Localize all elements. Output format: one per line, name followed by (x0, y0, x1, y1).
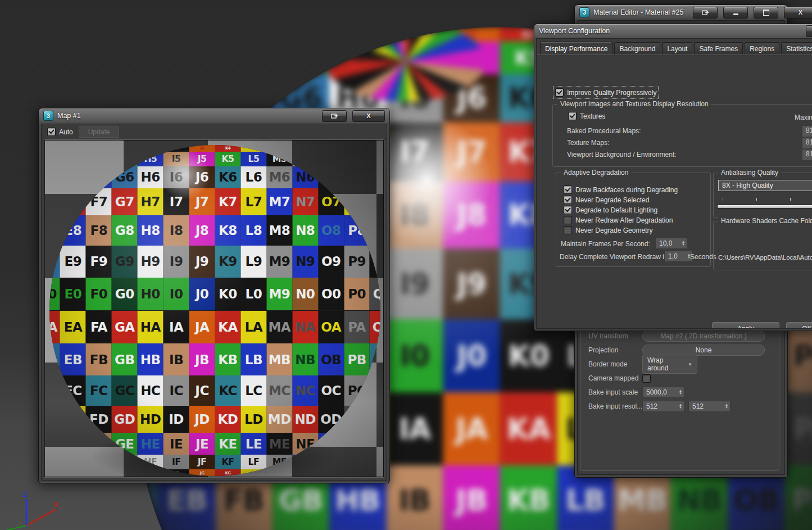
y-axis-line (0, 526, 26, 530)
auto-checkbox[interactable]: Auto (47, 128, 73, 136)
tab-layout[interactable]: Layout (662, 42, 692, 55)
antialiasing-group-title: Antialiasing Quality (718, 169, 781, 176)
bake-input-scale-spinner[interactable]: 5000,0▲▼ (642, 387, 684, 398)
improve-quality-label: Improve Quality Progressively (567, 89, 656, 97)
textures-checkbox-label: Textures (580, 112, 605, 120)
improve-quality-checkbox-box[interactable] (555, 88, 564, 97)
resolution-row-label: Baked Procedural Maps: (567, 127, 641, 135)
spinner-value: 5000,0 (646, 388, 676, 396)
checkbox-label: Never Degrade Selected (575, 196, 649, 204)
tab-background[interactable]: Background (614, 42, 660, 55)
render-viewport[interactable]: D4E4F4G4H4I4J4K4L4M4N4O4P4Q4D5E5F5G5H5I5… (44, 140, 384, 477)
viewport-config-tabs: Display PerformanceBackgroundLayoutSafe … (540, 42, 812, 55)
camera-mapped-checkbox[interactable] (642, 374, 651, 383)
x-axis-line (26, 509, 56, 526)
close-button[interactable]: X (784, 7, 812, 19)
float-window-button[interactable] (806, 25, 812, 37)
checkbox-label: Never Redraw After Degradation (575, 216, 673, 224)
antialiasing-group: Antialiasing Quality 8X - High Quality (713, 173, 812, 218)
texture-cell-F5: F5 (215, 42, 272, 74)
fps-value: 10,0 (659, 239, 679, 247)
checkbox-draw-backfaces-during-degrading[interactable]: Draw Backfaces during Degrading (564, 185, 678, 194)
map-window-title: Map #1 (57, 112, 81, 120)
z-axis-label: Z (23, 491, 27, 499)
tab-display-performance[interactable]: Display Performance (540, 42, 613, 55)
textures-checkbox[interactable]: Textures (568, 112, 605, 120)
checkbox-box[interactable] (564, 206, 572, 214)
texture-cell-E4: E4 (158, 27, 215, 42)
texture-cell-D4: D4 (135, 27, 158, 42)
material-row-camera-mapped: Camera mapped (580, 372, 779, 385)
resolution-row-label: Viewport Background / Environment: (567, 151, 677, 158)
resolution-value-field[interactable]: 8192 (802, 149, 812, 161)
3dsmax-workspace: D4E4F4G4H4I4J4K4L4M4N4O4P4Q4D5E5F5G5H5I5… (0, 0, 812, 530)
ok-button[interactable]: OK (786, 322, 812, 329)
minimize-button[interactable] (723, 7, 748, 19)
fps-spinner[interactable]: 10,0 ▲▼ (655, 238, 687, 249)
map-window: 3 Map #1 X Auto Update (38, 108, 390, 483)
uv-transform-button[interactable]: Map #2 ( 2D transformation ) (642, 330, 765, 342)
texture-cell-E5: E5 (158, 42, 215, 74)
checkbox-box[interactable] (564, 196, 572, 204)
border-mode-dropdown[interactable]: Wrap around▼ (642, 355, 697, 374)
bake-input-resol-spinner-2[interactable]: 512▲▼ (688, 401, 731, 412)
close-icon: X (366, 112, 370, 119)
minimize-icon (733, 13, 738, 15)
spinner-arrows-icon[interactable]: ▲▼ (679, 389, 682, 395)
material-row-label: Camera mapped (588, 374, 638, 382)
spinner-arrows-icon[interactable]: ▲▼ (682, 241, 685, 246)
checkbox-box[interactable] (642, 374, 651, 383)
texture-cell-G5: G5 (273, 42, 329, 74)
material-row-label: Projection (588, 346, 618, 354)
world-axis-gizmo: Z X (0, 488, 67, 530)
map-window-titlebar[interactable]: 3 Map #1 X (39, 108, 389, 123)
antialiasing-combo[interactable]: 8X - High Quality (718, 180, 812, 191)
cache-folder-path: C:\Users\RV\AppData\Local\Autode (718, 254, 812, 261)
delay-value: 1,0 (668, 252, 684, 260)
dropdown-value: Wrap around (647, 356, 683, 372)
resolution-value-field[interactable]: 8192 (802, 125, 812, 137)
spinner-arrows-icon[interactable]: ▲▼ (679, 404, 682, 409)
viewport-config-title: Viewport Configuration (539, 27, 610, 35)
close-button[interactable]: X (352, 110, 385, 122)
cache-folder-group: Hardware Shaders Cache Folder C:\Users\R… (713, 221, 812, 270)
3dsmax-app-icon: 3 (579, 7, 589, 17)
checkbox-never-degrade-selected[interactable]: Never Degrade Selected (564, 196, 649, 204)
apply-button[interactable]: Apply (712, 322, 779, 329)
delay-spinner[interactable]: 1,0 ▲▼ (664, 251, 693, 262)
maximize-button[interactable] (754, 7, 778, 19)
viewport-config-titlebar[interactable]: Viewport Configuration (534, 24, 812, 38)
checkbox-box[interactable] (564, 185, 572, 194)
texture-cell-H4: H4 (329, 27, 386, 42)
checkbox-box[interactable] (564, 216, 572, 224)
texture-cell-D5: D5 (135, 42, 158, 74)
textures-checkbox-box[interactable] (568, 112, 577, 120)
checkbox-label: Draw Backfaces during Degrading (575, 186, 678, 194)
map-toolbar: Auto Update (42, 124, 387, 140)
tab-divider (537, 55, 812, 55)
antialiasing-slider[interactable] (717, 205, 812, 209)
improve-quality-checkbox[interactable]: Improve Quality Progressively (555, 88, 656, 97)
sphere-shading-overlay (49, 145, 380, 476)
update-button[interactable]: Update (79, 126, 120, 138)
checkbox-never-redraw-after-degradation[interactable]: Never Redraw After Degradation (564, 216, 673, 224)
projection-button[interactable]: None (642, 345, 765, 356)
material-row-bake-input-scale: Bake input scale5000,0▲▼ (580, 386, 779, 399)
checkbox-degrade-to-default-lighting[interactable]: Degrade to Default Lighting (564, 206, 657, 214)
float-window-button[interactable] (693, 7, 718, 19)
resolution-value-field[interactable]: 8192 (802, 137, 812, 149)
material-editor-titlebar[interactable]: 3 Material Editor - Material #25 X (575, 5, 787, 20)
maximize-icon (763, 10, 769, 16)
bake-input-resol-spinner[interactable]: 512▲▼ (642, 401, 684, 412)
auto-checkbox-box[interactable] (47, 128, 56, 136)
checkbox-never-degrade-geometry[interactable]: Never Degrade Geometry (564, 226, 652, 234)
tab-statistics[interactable]: Statistics (781, 42, 812, 55)
checkbox-label: Degrade to Default Lighting (575, 206, 657, 214)
spinner-value: 512 (692, 402, 722, 410)
tab-safe-frames[interactable]: Safe Frames (694, 42, 743, 55)
tab-regions[interactable]: Regions (745, 42, 779, 55)
float-window-button[interactable] (322, 110, 347, 122)
resolution-group: Viewport Images and Textures Display Res… (552, 104, 812, 167)
spinner-arrows-icon[interactable]: ▲▼ (725, 404, 728, 409)
checkbox-box[interactable] (564, 226, 572, 234)
